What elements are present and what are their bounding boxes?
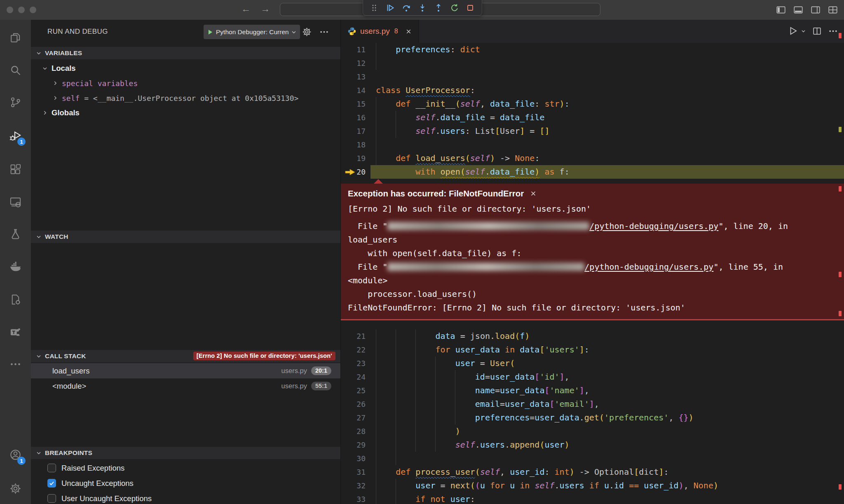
stack-trace-file-link[interactable]: /python-debugging/users.py: [584, 262, 713, 272]
watch-section-header[interactable]: WATCH: [31, 231, 340, 243]
code-token: ,: [565, 372, 570, 382]
code-line-14[interactable]: 14class UserProcessor:: [341, 84, 844, 97]
debug-step-into-button[interactable]: [416, 2, 429, 14]
customize-layout-icon[interactable]: [828, 5, 838, 15]
editor-more-actions-icon[interactable]: [828, 26, 838, 36]
code-line-12[interactable]: 12: [341, 56, 844, 70]
run-python-file-icon[interactable]: [788, 26, 798, 36]
start-debugging-icon[interactable]: [207, 29, 213, 35]
call-stack-frame-module[interactable]: <module>users.py55:1: [31, 378, 340, 394]
breakpoints-section-header[interactable]: BREAKPOINTS: [31, 447, 340, 459]
breakpoint-checkbox[interactable]: [47, 464, 56, 472]
code-line-24[interactable]: 24 id=user_data['id'],: [341, 370, 844, 384]
code-line-16[interactable]: 16 self.data_file = data_file: [341, 111, 844, 124]
activity-run-and-debug-icon[interactable]: 1: [0, 121, 31, 150]
frame-position-badge: 20:1: [311, 366, 331, 375]
code-token: .: [436, 126, 441, 136]
code-token: Optional: [594, 467, 634, 477]
run-options-chevron-icon[interactable]: [801, 28, 806, 34]
activity-more-icon[interactable]: [0, 350, 31, 378]
variable-row-self[interactable]: self = <__main__.UserProcessor object at…: [31, 91, 340, 105]
code-token: []: [539, 126, 549, 136]
debug-restart-button[interactable]: [448, 2, 461, 14]
toggle-panel-icon[interactable]: [793, 5, 804, 15]
code-token: :: [450, 44, 460, 54]
code-token: [376, 331, 436, 341]
code-line-26[interactable]: 26 email=user_data['email'],: [341, 397, 844, 411]
toggle-secondary-sidebar-icon[interactable]: [810, 5, 821, 15]
code-line-21[interactable]: 21 data = json.load(f): [341, 329, 844, 343]
code-line-18[interactable]: 18: [341, 138, 844, 152]
breakpoint-checkbox[interactable]: [47, 494, 56, 503]
sidebar-more-actions-icon[interactable]: [319, 27, 330, 37]
code-line-30[interactable]: 30: [341, 452, 844, 465]
zoom-window-button[interactable]: [30, 7, 36, 13]
close-window-button[interactable]: [7, 7, 13, 13]
debug-step-out-button[interactable]: [432, 2, 445, 14]
debug-step-over-button[interactable]: [400, 2, 413, 14]
code-line-27[interactable]: 27 preferences=user_data.get('preference…: [341, 411, 844, 425]
activity-accounts-icon[interactable]: 1: [0, 440, 31, 469]
close-tab-icon[interactable]: [405, 28, 412, 35]
code-line-33[interactable]: 33 if not user:: [341, 492, 844, 504]
code-token: dict: [460, 44, 480, 54]
go-forward-icon[interactable]: →: [260, 3, 270, 14]
activity-remote-explorer-icon[interactable]: [0, 187, 31, 216]
code-line-32[interactable]: 32 user = next((u for u in self.users if…: [341, 479, 844, 492]
call-stack-section-header[interactable]: CALL STACK [Errno 2] No such file or dir…: [31, 350, 340, 362]
variables-scope-locals[interactable]: Locals: [31, 61, 340, 76]
code-line-23[interactable]: 23 user = User(: [341, 357, 844, 370]
variables-section-header[interactable]: VARIABLES: [31, 47, 340, 59]
code-token: users: [560, 481, 584, 490]
toggle-primary-sidebar-icon[interactable]: [776, 5, 786, 15]
call-stack-frame-load-users[interactable]: load_usersusers.py20:1: [31, 363, 340, 378]
code-token: :: [544, 467, 554, 477]
stack-trace-file-link[interactable]: /python-debugging/users.py: [589, 221, 718, 231]
activity-settings-icon[interactable]: [0, 474, 31, 503]
code-token: :: [565, 99, 570, 109]
variable-row-special-variables[interactable]: special variables: [31, 76, 340, 91]
tab-users-py[interactable]: users.py 8: [341, 20, 419, 43]
variables-scope-globals[interactable]: Globals: [31, 105, 340, 120]
activity-source-control-icon[interactable]: [0, 88, 31, 117]
code-line-31[interactable]: 31 def process_user(self, user_id: int) …: [341, 465, 844, 479]
code-token: next: [450, 481, 470, 490]
code-line-28[interactable]: 28 ): [341, 425, 844, 438]
code-line-19[interactable]: 19 def load_users(self) -> None:: [341, 152, 844, 165]
debug-stop-button[interactable]: [464, 2, 476, 14]
code-text: self.users: List[User] = []: [376, 124, 550, 138]
code-line-13[interactable]: 13: [341, 70, 844, 84]
breakpoint-checkbox[interactable]: [47, 479, 56, 488]
code-token: load_users: [415, 153, 465, 163]
close-exception-icon[interactable]: [530, 190, 537, 197]
watch-section-label: WATCH: [45, 233, 68, 240]
minimize-window-button[interactable]: [18, 7, 25, 13]
debug-config-dropdown[interactable]: Python Debugger: Current File: [204, 25, 300, 39]
code-line-22[interactable]: 22 for user_data in data['users']:: [341, 343, 844, 357]
debug-settings-gear-icon[interactable]: [302, 27, 312, 37]
breakpoint-row: Uncaught Exceptions: [31, 476, 340, 491]
debug-toolbar-drag-handle[interactable]: [368, 2, 380, 14]
go-back-icon[interactable]: ←: [241, 3, 251, 14]
code-line-29[interactable]: 29 self.users.append(user): [341, 438, 844, 452]
code-token: ,: [480, 99, 490, 109]
activity-search-icon[interactable]: [0, 56, 31, 84]
activity-cmake-tools-icon[interactable]: [0, 285, 31, 314]
code-token: [376, 99, 396, 109]
editor-group: 11 preferences: dict121314class UserProc…: [341, 20, 844, 504]
activity-extensions-icon[interactable]: [0, 155, 31, 184]
activity-docker-icon[interactable]: [0, 252, 31, 280]
debug-continue-button[interactable]: [384, 2, 396, 14]
code-token: 'name': [549, 385, 579, 395]
activity-ms-teams-icon[interactable]: [0, 317, 31, 346]
code-token: (: [460, 167, 465, 177]
code-line-17[interactable]: 17 self.users: List[User] = []: [341, 124, 844, 138]
code-line-11[interactable]: 11 preferences: dict: [341, 43, 844, 56]
split-editor-icon[interactable]: [812, 26, 822, 36]
activity-testing-icon[interactable]: [0, 219, 31, 248]
chevron-down-icon: [36, 50, 42, 56]
activity-explorer-icon[interactable]: [0, 23, 31, 52]
code-line-25[interactable]: 25 name=user_data['name'],: [341, 384, 844, 397]
code-line-15[interactable]: 15 def __init__(self, data_file: str):: [341, 97, 844, 111]
code-line-20[interactable]: 20 with open(self.data_file) as f:: [341, 165, 844, 179]
